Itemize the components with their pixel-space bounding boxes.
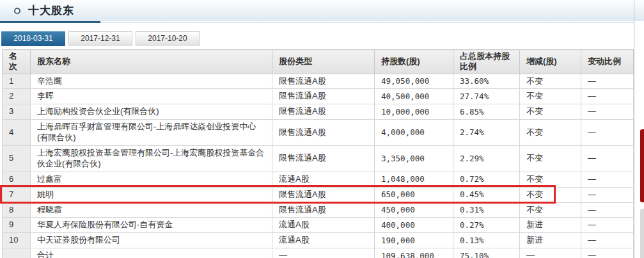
- cell-shareholder-name: 中天证券股份有限公司: [31, 233, 272, 248]
- cell-change: —: [520, 248, 581, 258]
- cell-percentage: 0.13%: [453, 233, 520, 248]
- cell-shareholder-name: 上海励构投资合伙企业(有限合伙): [31, 104, 272, 120]
- page-title: 十大股东: [28, 3, 74, 18]
- cell-shares-held: 4,000,000: [375, 120, 453, 146]
- cell-change-ratio: —: [581, 120, 634, 146]
- table-row: 6 过鑫富 流通A股 1,048,000 0.72% 不变 —: [3, 172, 634, 187]
- cell-change: 不变: [520, 202, 581, 218]
- tab-2017-10-20[interactable]: 2017-10-20: [136, 31, 200, 46]
- scrollbar-red-thumb[interactable]: [640, 129, 644, 202]
- cell-change-ratio: —: [581, 104, 634, 120]
- table-row: 9 华夏人寿保险股份有限公司-自有资金 流通A股 400,000 0.27% 新…: [3, 218, 634, 233]
- column-header-1: 股东名称: [31, 50, 272, 74]
- cell-share-type: 限售流通A股: [272, 89, 375, 104]
- cell-percentage: 0.45%: [453, 187, 520, 202]
- cell-shareholder-name: 辛浩鹰: [31, 74, 272, 89]
- cell-shareholder-name: 合计: [31, 248, 272, 258]
- cell-rank: 10: [3, 233, 31, 248]
- cell-shareholder-name: 姚明: [31, 187, 272, 202]
- cell-percentage: 6.85%: [453, 104, 520, 120]
- page: 十大股东 2018-03-312017-12-312017-10-20 名次股东…: [0, 0, 644, 258]
- cell-share-type: 限售流通A股: [272, 145, 375, 172]
- cell-shareholder-name: 李晖: [31, 89, 272, 104]
- cell-change: 不变: [520, 74, 581, 89]
- cell-change: 新进: [520, 233, 581, 248]
- table-row: 2 李晖 限售流通A股 40,500,000 27.74% 不变 —: [3, 89, 634, 104]
- cell-percentage: 27.74%: [453, 89, 520, 104]
- cell-shareholder-name: 过鑫富: [31, 172, 272, 187]
- table-row: 8 程晓霞 限售流通A股 450,000 0.31% 不变 —: [3, 202, 634, 218]
- cell-change-ratio: —: [581, 248, 634, 258]
- cell-change-ratio: —: [581, 218, 634, 233]
- cell-rank: 3: [3, 104, 31, 120]
- cell-percentage: 2.74%: [453, 120, 520, 146]
- header-divider: [0, 21, 644, 23]
- cell-rank: 6: [3, 172, 31, 187]
- cell-change-ratio: —: [581, 233, 634, 248]
- cell-shares-held: 450,000: [375, 202, 453, 218]
- cell-share-type: 流通A股: [272, 218, 375, 233]
- cell-change: 不变: [520, 187, 581, 202]
- cell-rank: 2: [3, 89, 31, 104]
- cell-shareholder-name: 上海宏鹰股权投资基金管理有限公司-上海宏鹰股权投资基金合伙企业(有限合伙): [31, 145, 272, 172]
- cell-rank: 4: [3, 120, 31, 146]
- cell-share-type: 限售流通A股: [272, 74, 375, 89]
- cell-change: 新进: [520, 218, 581, 233]
- column-header-0: 名次: [3, 50, 31, 74]
- tab-2017-12-31[interactable]: 2017-12-31: [68, 31, 132, 46]
- column-header-5: 增减(股): [520, 50, 581, 74]
- cell-rank: 5: [3, 145, 31, 172]
- cell-shares-held: 109,638,000: [375, 248, 453, 258]
- table-total-row: 合计 — 109,638,000 75.10% — —: [3, 248, 634, 258]
- column-header-6: 变动比例: [581, 50, 634, 74]
- cell-shares-held: 650,000: [375, 187, 453, 202]
- cell-share-type: 限售流通A股: [272, 202, 375, 218]
- right-border-line: [634, 0, 634, 258]
- cell-change: 不变: [520, 120, 581, 146]
- cell-change-ratio: —: [581, 89, 634, 104]
- cell-rank: 9: [3, 218, 31, 233]
- cell-change-ratio: —: [581, 74, 634, 89]
- cell-change: 不变: [520, 145, 581, 172]
- table-row: 5 上海宏鹰股权投资基金管理有限公司-上海宏鹰股权投资基金合伙企业(有限合伙) …: [3, 145, 634, 172]
- cell-percentage: 75.10%: [453, 248, 520, 258]
- cell-shareholder-name: 上海鼎晖百孚财富管理有限公司-上海鼎晖达焱创业投资中心(有限合伙): [31, 120, 272, 146]
- table-row: 7 姚明 限售流通A股 650,000 0.45% 不变 —: [3, 187, 634, 202]
- column-header-2: 股份类型: [272, 50, 375, 74]
- divider-light-segment: [100, 22, 634, 22]
- cell-change: 不变: [520, 172, 581, 187]
- divider-dark-segment: [0, 21, 100, 23]
- date-tabbar: 2018-03-312017-12-312017-10-20: [1, 31, 644, 46]
- cell-shares-held: 49,050,000: [375, 74, 453, 89]
- cell-share-type: 限售流通A股: [272, 187, 375, 202]
- cell-change-ratio: —: [581, 202, 634, 218]
- cell-share-type: —: [272, 248, 375, 258]
- cell-shares-held: 1,048,000: [375, 172, 453, 187]
- tab-2018-03-31[interactable]: 2018-03-31: [1, 31, 65, 46]
- cell-percentage: 0.72%: [453, 172, 520, 187]
- cell-shares-held: 3,350,000: [375, 145, 453, 172]
- cell-shares-held: 400,000: [375, 218, 453, 233]
- cell-share-type: 流通A股: [272, 172, 375, 187]
- table-row: 10 中天证券股份有限公司 流通A股 190,000 0.13% 新进 —: [3, 233, 634, 248]
- cell-percentage: 33.60%: [453, 74, 520, 89]
- cell-rank: 8: [3, 202, 31, 218]
- cell-shares-held: 40,500,000: [375, 89, 453, 104]
- cell-shares-held: 190,000: [375, 233, 453, 248]
- cell-shareholder-name: 华夏人寿保险股份有限公司-自有资金: [31, 218, 272, 233]
- cell-change-ratio: —: [581, 145, 634, 172]
- cell-change: 不变: [520, 89, 581, 104]
- cell-rank: 1: [3, 74, 31, 89]
- cell-share-type: 流通A股: [272, 233, 375, 248]
- column-header-3: 持股数(股): [375, 50, 453, 74]
- scrollbar-gray-thumb[interactable]: [640, 209, 644, 258]
- cell-share-type: 限售流通A股: [272, 104, 375, 120]
- cell-change-ratio: —: [581, 187, 634, 202]
- table-row: 3 上海励构投资合伙企业(有限合伙) 限售流通A股 10,000,000 6.8…: [3, 104, 634, 120]
- cell-change: 不变: [520, 104, 581, 120]
- cell-shares-held: 10,000,000: [375, 104, 453, 120]
- table-header-row: 名次股东名称股份类型持股数(股)占总股本持股比例增减(股)变动比例: [3, 50, 634, 74]
- cell-share-type: 限售流通A股: [272, 120, 375, 146]
- cell-rank: 7: [3, 187, 31, 202]
- cell-percentage: 0.27%: [453, 218, 520, 233]
